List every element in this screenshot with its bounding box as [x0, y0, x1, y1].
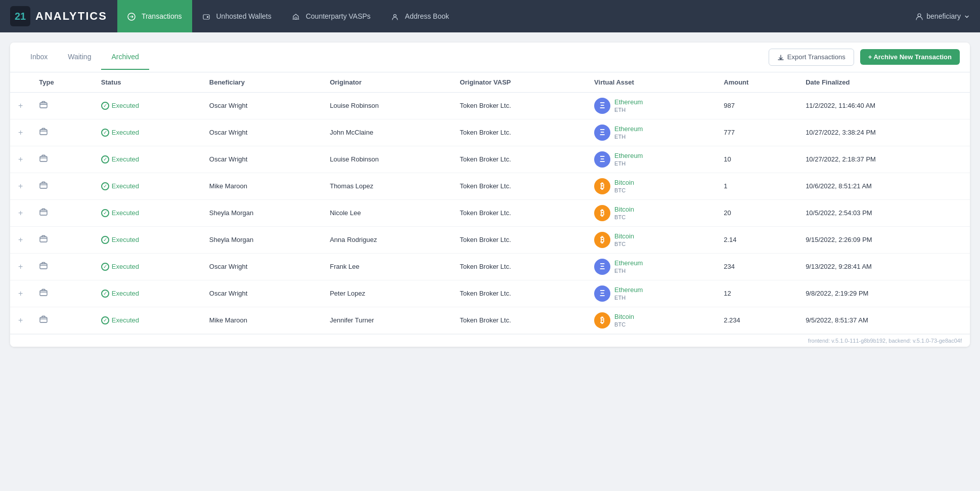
archive-new-transaction-button[interactable]: + Archive New Transaction — [860, 49, 960, 65]
svg-rect-14 — [40, 317, 47, 322]
originator-vasp-cell: Token Broker Ltc. — [452, 199, 586, 226]
table-header: Type Status Beneficiary Originator Origi… — [10, 72, 970, 93]
eth-icon: Ξ — [594, 125, 610, 141]
type-cell — [31, 199, 93, 226]
expand-button[interactable]: + — [18, 235, 23, 244]
asset-link[interactable]: Bitcoin — [614, 179, 634, 186]
expand-button[interactable]: + — [18, 128, 23, 137]
asset-info: Bitcoin BTC — [614, 313, 634, 328]
address-book-icon — [391, 12, 401, 20]
asset-link[interactable]: Ethereum — [614, 125, 643, 133]
type-cell — [31, 119, 93, 146]
user-menu[interactable]: beneficiary — [915, 12, 970, 20]
table-body: + ✓ Executed Oscar WrightLouise Robinson… — [10, 92, 970, 334]
asset-info: Ethereum ETH — [614, 98, 643, 113]
amount-cell: 1 — [716, 173, 797, 199]
tab-archived[interactable]: Archived — [101, 45, 149, 70]
tab-inbox[interactable]: Inbox — [20, 45, 58, 70]
col-expand — [10, 72, 31, 93]
svg-rect-12 — [40, 264, 47, 269]
originator-vasp-cell: Token Broker Ltc. — [452, 173, 586, 199]
check-circle-icon: ✓ — [101, 129, 109, 137]
transactions-table-wrap: Type Status Beneficiary Originator Origi… — [10, 72, 970, 334]
archive-type-icon — [39, 184, 48, 191]
chevron-down-icon — [964, 12, 970, 20]
virtual-asset-cell: Ξ Ethereum ETH — [586, 280, 716, 307]
status-cell: ✓ Executed — [93, 119, 201, 146]
asset-link[interactable]: Ethereum — [614, 286, 643, 294]
transactions-table: Type Status Beneficiary Originator Origi… — [10, 72, 970, 334]
archive-type-icon — [39, 291, 48, 299]
asset-cell: Ξ Ethereum ETH — [594, 125, 707, 141]
status-label: Executed — [112, 316, 139, 324]
app-title: ANALYTICS — [35, 10, 107, 23]
transactions-icon — [127, 12, 138, 20]
table-row: + ✓ Executed Sheyla MorganAnna Rodriguez… — [10, 226, 970, 253]
logo-icon: 21 — [10, 6, 30, 26]
expand-button[interactable]: + — [18, 262, 23, 271]
status-label: Executed — [112, 182, 139, 190]
originator-vasp-cell: Token Broker Ltc. — [452, 146, 586, 173]
asset-link[interactable]: Ethereum — [614, 259, 643, 267]
originator-cell: Louise Robinson — [322, 146, 452, 173]
asset-link[interactable]: Bitcoin — [614, 313, 634, 320]
type-cell — [31, 280, 93, 307]
status-label: Executed — [112, 129, 139, 136]
check-circle-icon: ✓ — [101, 182, 109, 190]
nav-counterparty-vasps[interactable]: Counterparty VASPs — [282, 0, 381, 32]
expand-button[interactable]: + — [18, 101, 23, 110]
amount-cell: 20 — [716, 199, 797, 226]
expand-button[interactable]: + — [18, 155, 23, 164]
col-beneficiary: Beneficiary — [201, 72, 322, 93]
asset-info: Bitcoin BTC — [614, 232, 634, 248]
col-status: Status — [93, 72, 201, 93]
asset-ticker: ETH — [614, 107, 626, 113]
beneficiary-cell: Mike Maroon — [201, 173, 322, 199]
archive-type-icon — [39, 237, 48, 245]
asset-cell: Ξ Ethereum ETH — [594, 151, 707, 168]
asset-link[interactable]: Ethereum — [614, 98, 643, 106]
beneficiary-cell: Oscar Wright — [201, 92, 322, 119]
expand-button[interactable]: + — [18, 182, 23, 191]
tab-waiting[interactable]: Waiting — [58, 45, 101, 70]
originator-cell: Peter Lopez — [322, 280, 452, 307]
nav-address-book[interactable]: Address Book — [381, 0, 459, 32]
virtual-asset-cell: Ξ Ethereum ETH — [586, 119, 716, 146]
wallets-icon — [202, 12, 212, 20]
status-cell: ✓ Executed — [93, 92, 201, 119]
svg-rect-11 — [40, 237, 47, 242]
originator-vasp-cell: Token Broker Ltc. — [452, 119, 586, 146]
export-transactions-button[interactable]: Export Transactions — [769, 49, 854, 66]
asset-cell: Ξ Ethereum ETH — [594, 259, 707, 275]
asset-link[interactable]: Bitcoin — [614, 206, 634, 213]
nav-transactions[interactable]: Transactions — [117, 0, 192, 32]
nav-unhosted-wallets[interactable]: Unhosted Wallets — [192, 0, 282, 32]
expand-button[interactable]: + — [18, 209, 23, 218]
col-type: Type — [31, 72, 93, 93]
virtual-asset-cell: Ξ Ethereum ETH — [586, 146, 716, 173]
check-circle-icon: ✓ — [101, 209, 109, 217]
table-row: + ✓ Executed Oscar WrightLouise Robinson… — [10, 92, 970, 119]
asset-ticker: ETH — [614, 295, 626, 301]
type-cell — [31, 253, 93, 280]
col-virtual-asset: Virtual Asset — [586, 72, 716, 93]
originator-cell: Anna Rodriguez — [322, 226, 452, 253]
originator-cell: Thomas Lopez — [322, 173, 452, 199]
virtual-asset-cell: Ξ Ethereum ETH — [586, 253, 716, 280]
eth-icon: Ξ — [594, 98, 610, 114]
type-cell — [31, 146, 93, 173]
expand-button[interactable]: + — [18, 316, 23, 325]
check-circle-icon: ✓ — [101, 263, 109, 271]
originator-vasp-cell: Token Broker Ltc. — [452, 92, 586, 119]
date-cell: 9/15/2022, 2:26:09 PM — [797, 226, 970, 253]
col-amount: Amount — [716, 72, 797, 93]
eth-icon: Ξ — [594, 259, 610, 275]
asset-link[interactable]: Ethereum — [614, 152, 643, 159]
asset-info: Bitcoin BTC — [614, 206, 634, 221]
amount-cell: 987 — [716, 92, 797, 119]
table-row: + ✓ Executed Mike MaroonThomas LopezToke… — [10, 173, 970, 199]
asset-link[interactable]: Bitcoin — [614, 232, 634, 240]
col-originator: Originator — [322, 72, 452, 93]
expand-button[interactable]: + — [18, 289, 23, 298]
svg-rect-2 — [207, 16, 208, 18]
